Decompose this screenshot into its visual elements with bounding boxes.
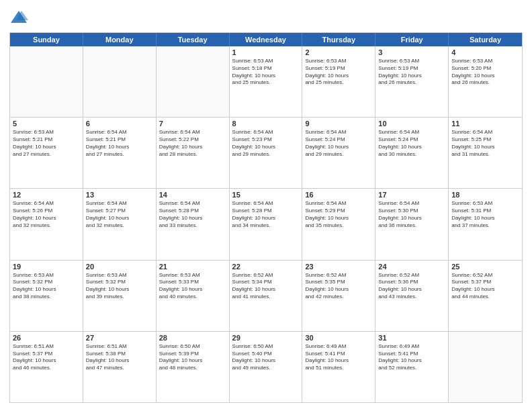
calendar-cell: 24Sunrise: 6:52 AMSunset: 5:36 PMDayligh… [375, 261, 449, 331]
calendar-cell: 1Sunrise: 6:53 AMSunset: 5:18 PMDaylight… [230, 46, 303, 117]
cell-text-line: Daylight: 10 hours [159, 144, 226, 151]
cell-text-line: and 42 minutes. [305, 293, 372, 301]
day-number: 12 [13, 191, 80, 199]
cell-text-line: Daylight: 10 hours [13, 286, 80, 293]
cell-text-line: Daylight: 10 hours [13, 215, 80, 222]
cell-text-line: Sunrise: 6:54 AM [86, 129, 153, 136]
cell-text-line: Daylight: 10 hours [159, 357, 226, 365]
day-number: 14 [159, 191, 226, 199]
day-number: 8 [232, 120, 300, 128]
calendar-cell: 23Sunrise: 6:52 AMSunset: 5:35 PMDayligh… [302, 261, 375, 331]
calendar-header-cell: Tuesday [157, 33, 230, 46]
day-number: 25 [451, 263, 519, 271]
day-number: 7 [159, 120, 226, 128]
cell-text-line: Sunset: 5:21 PM [86, 136, 153, 144]
cell-text-line: Sunset: 5:27 PM [86, 208, 153, 215]
cell-text-line: Sunset: 5:28 PM [232, 208, 300, 215]
day-number: 6 [86, 120, 153, 128]
day-number: 17 [378, 191, 445, 199]
cell-text-line: Sunset: 5:24 PM [305, 136, 372, 144]
cell-text-line: Daylight: 10 hours [13, 357, 80, 365]
calendar-cell: 7Sunrise: 6:54 AMSunset: 5:22 PMDaylight… [157, 118, 230, 188]
calendar-header-cell: Wednesday [230, 33, 303, 46]
cell-text-line: and 43 minutes. [378, 293, 445, 301]
calendar-cell: 28Sunrise: 6:50 AMSunset: 5:39 PMDayligh… [157, 332, 230, 402]
cell-text-line: Sunset: 5:40 PM [232, 351, 300, 358]
cell-text-line: Sunset: 5:32 PM [13, 279, 80, 286]
cell-text-line: Sunset: 5:34 PM [232, 279, 300, 286]
cell-text-line: Daylight: 10 hours [86, 286, 153, 293]
cell-text-line: Sunset: 5:26 PM [13, 208, 80, 215]
cell-text-line: and 46 minutes. [13, 365, 80, 372]
cell-text-line: Daylight: 10 hours [13, 144, 80, 151]
cell-text-line: Sunset: 5:25 PM [451, 136, 519, 144]
calendar-cell: 4Sunrise: 6:53 AMSunset: 5:20 PMDaylight… [449, 46, 522, 117]
day-number: 13 [86, 191, 153, 199]
cell-text-line: and 32 minutes. [86, 222, 153, 230]
calendar-cell: 2Sunrise: 6:53 AMSunset: 5:19 PMDaylight… [302, 46, 375, 117]
cell-text-line: Sunrise: 6:49 AM [305, 343, 372, 351]
cell-text-line: Daylight: 10 hours [378, 144, 445, 151]
cell-text-line: Daylight: 10 hours [232, 357, 300, 365]
cell-text-line: and 44 minutes. [451, 293, 519, 301]
cell-text-line: and 27 minutes. [13, 151, 80, 158]
day-number: 26 [13, 334, 80, 342]
cell-text-line: Daylight: 10 hours [305, 286, 372, 293]
cell-text-line: and 36 minutes. [378, 222, 445, 230]
calendar-cell: 17Sunrise: 6:54 AMSunset: 5:30 PMDayligh… [375, 189, 449, 259]
cell-text-line: and 47 minutes. [86, 365, 153, 372]
cell-text-line: and 35 minutes. [305, 222, 372, 230]
calendar-cell: 18Sunrise: 6:53 AMSunset: 5:31 PMDayligh… [449, 189, 522, 259]
cell-text-line: Daylight: 10 hours [378, 73, 445, 80]
logo [9, 8, 31, 27]
cell-text-line: Sunset: 5:21 PM [13, 136, 80, 144]
day-number: 29 [232, 334, 300, 342]
day-number: 10 [378, 120, 445, 128]
day-number: 27 [86, 334, 153, 342]
cell-text-line: Sunset: 5:37 PM [451, 279, 519, 286]
calendar-cell-empty [449, 332, 522, 402]
cell-text-line: Sunset: 5:19 PM [378, 65, 445, 73]
cell-text-line: and 26 minutes. [378, 79, 445, 87]
calendar-cell: 12Sunrise: 6:54 AMSunset: 5:26 PMDayligh… [10, 189, 83, 259]
cell-text-line: Sunrise: 6:53 AM [13, 272, 80, 279]
cell-text-line: Sunrise: 6:54 AM [378, 200, 445, 208]
cell-text-line: Sunrise: 6:51 AM [13, 343, 80, 351]
day-number: 15 [232, 191, 300, 199]
day-number: 9 [305, 120, 372, 128]
day-number: 28 [159, 334, 226, 342]
calendar-cell: 10Sunrise: 6:54 AMSunset: 5:24 PMDayligh… [375, 118, 449, 188]
cell-text-line: and 30 minutes. [378, 151, 445, 158]
cell-text-line: and 31 minutes. [451, 151, 519, 158]
calendar-cell: 21Sunrise: 6:53 AMSunset: 5:33 PMDayligh… [157, 261, 230, 331]
calendar-header-cell: Saturday [449, 33, 522, 46]
cell-text-line: Sunset: 5:29 PM [305, 208, 372, 215]
cell-text-line: Sunset: 5:36 PM [378, 279, 445, 286]
cell-text-line: and 29 minutes. [232, 151, 300, 158]
calendar-week: 12Sunrise: 6:54 AMSunset: 5:26 PMDayligh… [10, 189, 522, 260]
calendar-week: 5Sunrise: 6:53 AMSunset: 5:21 PMDaylight… [10, 118, 522, 189]
cell-text-line: and 39 minutes. [86, 293, 153, 301]
day-number: 11 [451, 120, 519, 128]
calendar-cell: 11Sunrise: 6:54 AMSunset: 5:25 PMDayligh… [449, 118, 522, 188]
calendar-cell: 19Sunrise: 6:53 AMSunset: 5:32 PMDayligh… [10, 261, 83, 331]
cell-text-line: Sunrise: 6:54 AM [378, 129, 445, 136]
calendar-body: 1Sunrise: 6:53 AMSunset: 5:18 PMDaylight… [10, 46, 522, 402]
calendar-cell: 16Sunrise: 6:54 AMSunset: 5:29 PMDayligh… [302, 189, 375, 259]
calendar-cell-empty [83, 46, 157, 117]
header [9, 8, 523, 27]
day-number: 1 [232, 48, 300, 56]
cell-text-line: and 25 minutes. [305, 79, 372, 87]
cell-text-line: Sunset: 5:18 PM [232, 65, 300, 73]
cell-text-line: Sunrise: 6:52 AM [232, 272, 300, 279]
cell-text-line: Daylight: 10 hours [378, 215, 445, 222]
calendar-header-cell: Sunday [10, 33, 83, 46]
cell-text-line: Sunrise: 6:54 AM [451, 129, 519, 136]
cell-text-line: Daylight: 10 hours [159, 286, 226, 293]
calendar-header-cell: Monday [83, 33, 157, 46]
cell-text-line: Sunset: 5:33 PM [159, 279, 226, 286]
cell-text-line: Sunrise: 6:54 AM [305, 129, 372, 136]
cell-text-line: Daylight: 10 hours [378, 286, 445, 293]
cell-text-line: Sunrise: 6:53 AM [305, 58, 372, 65]
cell-text-line: Sunrise: 6:53 AM [159, 272, 226, 279]
